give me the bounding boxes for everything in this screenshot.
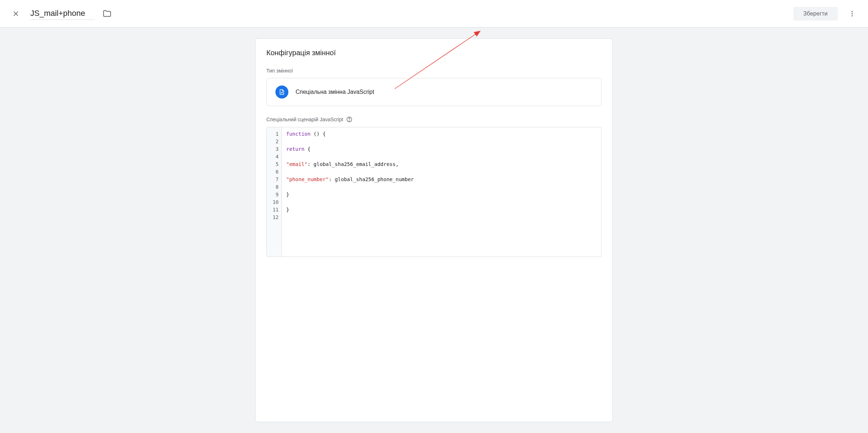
- svg-rect-6: [281, 93, 283, 93]
- card-title: Конфігурація змінної: [266, 49, 602, 57]
- code-line: [286, 183, 597, 191]
- document-icon: [279, 89, 285, 95]
- line-number: 9: [271, 191, 279, 198]
- variable-type-name: Спеціальна змінна JavaScript: [296, 89, 374, 95]
- script-label-text: Спеціальний сценарій JavaScript: [266, 117, 343, 122]
- line-number: 10: [271, 198, 279, 206]
- svg-rect-5: [281, 92, 283, 92]
- code-line: }: [286, 191, 597, 198]
- line-number: 4: [271, 153, 279, 161]
- folder-button[interactable]: [102, 9, 112, 18]
- code-gutter: 123456789101112: [267, 127, 282, 257]
- code-line: [286, 168, 597, 176]
- close-icon: [12, 10, 19, 17]
- folder-icon: [102, 9, 112, 18]
- line-number: 3: [271, 145, 279, 153]
- code-line: function () {: [286, 130, 597, 138]
- script-label: Спеціальний сценарій JavaScript: [266, 116, 602, 123]
- variable-type-label: Тип змінної: [266, 68, 602, 74]
- content-area: Конфігурація змінної Тип змінної Спеціал…: [0, 27, 868, 433]
- code-editor[interactable]: 123456789101112 function () {return {"em…: [266, 127, 602, 257]
- code-line: "email": global_sha256_email_address,: [286, 161, 597, 168]
- code-line: [286, 138, 597, 145]
- help-icon: [346, 116, 353, 123]
- variable-type-icon: [275, 86, 288, 99]
- code-line: "phone_number": global_sha256_phone_numb…: [286, 176, 597, 183]
- code-line: [286, 153, 597, 161]
- more-vert-icon: [849, 10, 856, 17]
- header-bar: Зберегти: [0, 0, 868, 27]
- line-number: 8: [271, 183, 279, 191]
- save-button[interactable]: Зберегти: [793, 7, 838, 21]
- help-button[interactable]: [346, 116, 353, 123]
- line-number: 2: [271, 138, 279, 145]
- line-number: 11: [271, 206, 279, 214]
- variable-name-input[interactable]: [30, 7, 95, 20]
- variable-type-selector[interactable]: Спеціальна змінна JavaScript: [266, 78, 602, 106]
- close-button[interactable]: [9, 6, 23, 21]
- code-line: [286, 198, 597, 206]
- line-number: 12: [271, 214, 279, 221]
- line-number: 1: [271, 130, 279, 138]
- svg-point-4: [851, 15, 852, 16]
- code-line: }: [286, 206, 597, 214]
- line-number: 6: [271, 168, 279, 176]
- config-card: Конфігурація змінної Тип змінної Спеціал…: [255, 38, 613, 422]
- svg-point-2: [851, 11, 852, 12]
- line-number: 7: [271, 176, 279, 183]
- more-options-button[interactable]: [845, 6, 859, 21]
- line-number: 5: [271, 161, 279, 168]
- code-line: return {: [286, 145, 597, 153]
- code-line: [286, 214, 597, 221]
- svg-point-3: [851, 13, 852, 14]
- svg-point-8: [349, 121, 350, 121]
- code-content[interactable]: function () {return {"email": global_sha…: [282, 127, 601, 257]
